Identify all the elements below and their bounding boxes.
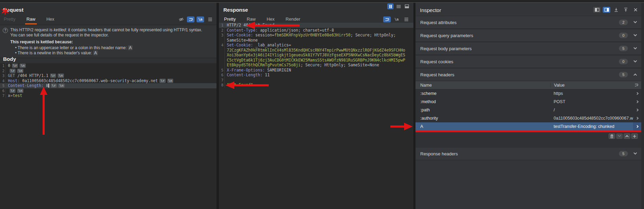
- soft-wrap-icon[interactable]: [383, 16, 391, 22]
- inspector-scrollbar[interactable]: [641, 3, 644, 209]
- newline-icon[interactable]: \n: [197, 16, 204, 22]
- inspector-section-request-cookies[interactable]: Request cookies0: [415, 55, 641, 68]
- request-line-2[interactable]: 2\r\n: [0, 68, 216, 74]
- chevron-right-icon[interactable]: [633, 117, 641, 119]
- collapse-all-icon[interactable]: [622, 7, 630, 13]
- header-row-method[interactable]: :methodPOST: [415, 98, 641, 106]
- inspector-section-request-headers[interactable]: Request headers5: [415, 68, 641, 81]
- header-row-authority[interactable]: :authority0a11005603c485d48502cc7c009600…: [415, 114, 641, 122]
- banner-kettled-word: kettled: [54, 28, 66, 32]
- chevron-right-icon[interactable]: [633, 109, 641, 111]
- panel-divider[interactable]: [216, 3, 219, 209]
- menu-icon[interactable]: [402, 16, 410, 22]
- header-value: /: [550, 108, 633, 112]
- header-value-chip: A: [93, 51, 98, 55]
- move-up-icon[interactable]: [624, 133, 630, 139]
- code-segment: HTTP/2 404 Not Found: [227, 23, 274, 28]
- layout-single-icon[interactable]: [404, 3, 410, 9]
- request-tab-raw[interactable]: Raw: [26, 16, 36, 24]
- response-line-wrap[interactable]: EtBkpydST6thQCRmTgPvutmCs75o8ji; Secure;…: [219, 63, 413, 68]
- burp-repeater-view: Request PrettyRawHex \n ? This HTTP/2 re…: [0, 0, 644, 209]
- request-line-4[interactable]: 4Host: 0a11005603c485d48502cc7c00960067.…: [0, 78, 216, 84]
- pause-icon[interactable]: [387, 3, 393, 9]
- headers-table-rows: :schemehttps:methodPOST:path/:authority0…: [415, 89, 641, 131]
- headers-table-header: Name Value: [415, 81, 641, 89]
- request-tab-pretty[interactable]: Pretty: [3, 16, 16, 24]
- inspector-panel: Inspector Request attributes2Request que…: [415, 3, 644, 209]
- request-line-3[interactable]: 3GET /404 HTTP/1.1\r\n: [0, 73, 216, 78]
- response-editor[interactable]: 1HTTP/2 404 Not Found2Content-Type: appl…: [219, 23, 413, 209]
- header-row-path[interactable]: :path/: [415, 106, 641, 114]
- response-line-wrap[interactable]: SameSite=None: [219, 38, 413, 43]
- chevron-down-icon[interactable]: [634, 59, 637, 62]
- request-toolbar: \n: [177, 16, 214, 22]
- trash-icon[interactable]: [609, 133, 615, 139]
- chevron-up-icon[interactable]: [634, 73, 637, 77]
- count-badge: 0: [619, 59, 628, 64]
- response-line-6[interactable]: 6Content-Length: 11: [219, 73, 413, 78]
- request-body-editor[interactable]: 10\r\n2\r\n3GET /404 HTTP/1.1\r\n4Host: …: [0, 63, 216, 209]
- visibility-off-icon[interactable]: [177, 16, 185, 22]
- pane-right-icon[interactable]: [603, 7, 610, 13]
- section-label: Request headers: [420, 72, 619, 77]
- line-number: 8: [219, 82, 224, 88]
- response-line-3[interactable]: 3Set-Cookie: session=fbmSDKHFnpVpzUr0HBY…: [219, 33, 413, 38]
- crlf-badge: \n: [58, 84, 64, 88]
- text-cursor: [48, 84, 49, 88]
- column-header-name: Name: [415, 83, 550, 88]
- response-line-wrap[interactable]: Xoi3banYp6x3jA6iI4IY1igkjt1geueuSk81Y7VT…: [219, 53, 413, 58]
- header-row-A[interactable]: AtestTransfer-Encoding: chunked: [415, 122, 641, 131]
- header-name: A: [415, 124, 550, 129]
- add-icon[interactable]: [631, 133, 638, 139]
- chevron-right-icon[interactable]: [633, 101, 641, 103]
- header-row-scheme[interactable]: :schemehttps: [415, 89, 641, 98]
- inspector-section-request-body-parameters[interactable]: Request body parameters5: [415, 42, 641, 55]
- chevron-right-icon[interactable]: [633, 92, 641, 95]
- chevron-down-icon[interactable]: [634, 46, 637, 49]
- chevron-down-icon[interactable]: [634, 20, 637, 23]
- request-line-5[interactable]: 5Content-Length: 8\r\n: [0, 83, 216, 88]
- inspector-section-request-query-parameters[interactable]: Request query parameters0: [415, 29, 641, 42]
- newline-icon[interactable]: \n: [393, 16, 400, 22]
- line-content: Xoi3banYp6x3jA6iI4IY1igkjt1geueuSk81Y7VT…: [227, 53, 413, 58]
- response-line-wrap[interactable]: 72CzgKFAZh0kFRtmklInCV4sMlB35KndQHCscRNY…: [219, 48, 413, 53]
- response-line-5[interactable]: 5X-Frame-Options: SAMEORIGIN: [219, 68, 413, 73]
- response-line-2[interactable]: 2Content-Type: application/json; charset…: [219, 28, 413, 33]
- move-down-icon[interactable]: [616, 133, 623, 139]
- chevron-down-icon[interactable]: [634, 151, 637, 154]
- banner-text: This HTTP/2 request is: [10, 28, 54, 32]
- response-line-8[interactable]: 8"Not Found": [219, 82, 413, 88]
- soft-wrap-icon[interactable]: [187, 16, 195, 22]
- header-name-chip: A: [128, 45, 133, 50]
- request-panel-title: Request: [3, 7, 23, 13]
- menu-icon[interactable]: [206, 16, 214, 22]
- response-line-7[interactable]: 7: [219, 78, 413, 83]
- code-segment: EtBkpydST6thQCRmTgPvutmCs75o8ji: [227, 63, 301, 67]
- line-number: [219, 63, 224, 68]
- chevron-down-icon[interactable]: [634, 33, 637, 36]
- chevron-right-icon[interactable]: [633, 122, 641, 131]
- layout-rows-icon[interactable]: [396, 3, 402, 9]
- code-segment: fbmSDKHFnpVpzUr0HBYEe08e63Hirr50: [274, 33, 351, 37]
- close-icon[interactable]: [632, 7, 639, 13]
- pane-left-icon[interactable]: [593, 7, 601, 13]
- request-line-1[interactable]: 10\r\n: [0, 63, 216, 68]
- line-number: [219, 48, 224, 53]
- request-line-7[interactable]: 7x=test: [0, 93, 216, 98]
- crlf-badge: \r: [12, 64, 18, 68]
- kettled-reason-bullet: • There is a newline in this header's va…: [15, 51, 98, 55]
- line-content: HTTP/2 404 Not Found: [227, 23, 413, 28]
- response-line-4[interactable]: 4Set-Cookie: _lab_analytics=: [219, 43, 413, 48]
- table-wrap-icon[interactable]: [634, 82, 639, 88]
- inspector-section-request-attributes[interactable]: Request attributes2: [415, 16, 641, 29]
- line-number: 7: [219, 78, 224, 83]
- response-line-wrap[interactable]: C5ctVgDta6k1Tj6zj3AuCDG0tMICKkEW25MamsSS…: [219, 58, 413, 63]
- line-number: 2: [0, 68, 5, 74]
- request-line-6[interactable]: 6\r\n: [0, 88, 216, 94]
- expand-all-icon[interactable]: [612, 7, 620, 13]
- request-tab-hex[interactable]: Hex: [46, 16, 55, 24]
- inspector-section-response-headers[interactable]: Response headers5: [415, 147, 641, 160]
- response-line-1[interactable]: 1HTTP/2 404 Not Found: [219, 23, 413, 28]
- line-content: Content-Length: 8\r\n: [8, 83, 216, 88]
- code-segment: ; Secure; HttpOnly;: [351, 33, 396, 37]
